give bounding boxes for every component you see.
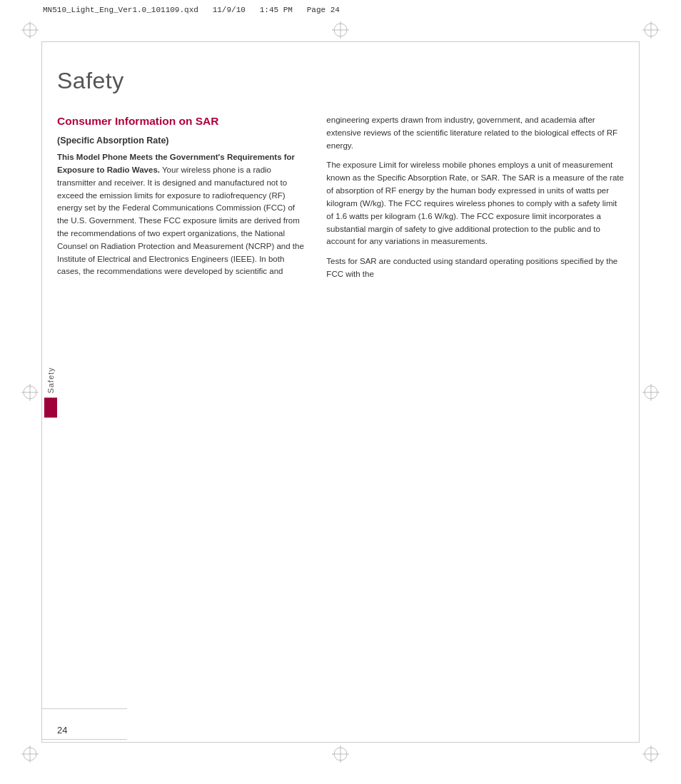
- divider-below-page-number: [41, 739, 127, 740]
- left-body-text: This Model Phone Meets the Government's …: [57, 151, 306, 278]
- sidebar-accent-bar: [44, 397, 57, 417]
- border-top: [41, 41, 640, 42]
- reg-mark-top-left: [21, 21, 39, 39]
- section-heading: Consumer Information on SAR: [57, 114, 306, 128]
- sub-heading: (Specific Absorption Rate): [57, 136, 306, 146]
- page-container: MN510_Light_Eng_Ver1.0_101109.qxd 11/9/1…: [0, 0, 681, 784]
- main-content: Safety Consumer Information on SAR (Spec…: [57, 54, 624, 734]
- right-para-1: engineering experts drawn from industry,…: [326, 114, 624, 152]
- sidebar-label-container: Safety: [44, 367, 57, 417]
- reg-mark-top-center: [332, 21, 349, 39]
- page-number: 24: [57, 725, 67, 735]
- reg-mark-bottom-right: [642, 745, 660, 763]
- left-column: Consumer Information on SAR (Specific Ab…: [57, 114, 306, 288]
- two-columns-layout: Consumer Information on SAR (Specific Ab…: [57, 114, 624, 288]
- reg-mark-bottom-left: [21, 745, 39, 763]
- border-left: [41, 41, 42, 743]
- right-para-2: The exposure Limit for wireless mobile p…: [326, 159, 624, 248]
- border-right: [639, 41, 640, 743]
- sidebar-label: Safety: [46, 367, 55, 393]
- right-para-3: Tests for SAR are conducted using standa…: [326, 255, 624, 281]
- divider-above-page-number: [41, 708, 127, 709]
- reg-mark-bottom-center: [332, 745, 349, 763]
- reg-mark-top-right: [642, 21, 660, 39]
- reg-mark-middle-left: [21, 384, 39, 401]
- border-bottom: [41, 742, 640, 743]
- left-body-text-rest: Your wireless phone is a radio transmitt…: [57, 166, 304, 276]
- reg-mark-middle-right: [642, 384, 660, 401]
- header-bar: MN510_Light_Eng_Ver1.0_101109.qxd 11/9/1…: [43, 6, 638, 14]
- right-column: engineering experts drawn from industry,…: [326, 114, 624, 288]
- file-info: MN510_Light_Eng_Ver1.0_101109.qxd 11/9/1…: [43, 6, 340, 14]
- page-title: Safety: [57, 54, 624, 94]
